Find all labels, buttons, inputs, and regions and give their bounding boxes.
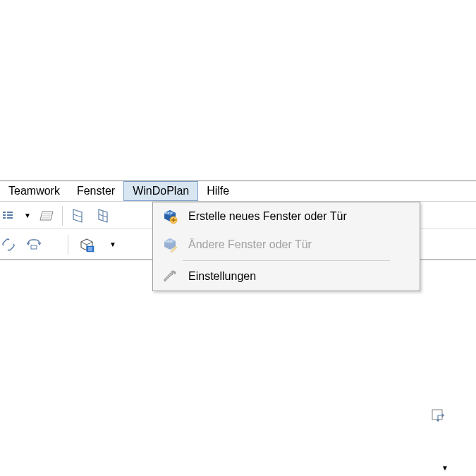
menu-change-window-door: Ändere Fenster oder Tür xyxy=(153,231,420,259)
svg-rect-12 xyxy=(432,410,442,420)
windoplan-dropdown-menu: Erstelle neues Fenster oder Tür Ändere F… xyxy=(152,202,420,291)
svg-rect-4 xyxy=(7,214,13,216)
dropdown-arrow-icon[interactable]: ▼ xyxy=(441,464,448,472)
menu-teamwork[interactable]: Teamwork xyxy=(0,181,68,201)
svg-rect-13 xyxy=(31,245,37,249)
toolbar-separator xyxy=(62,206,63,226)
box-properties-icon[interactable] xyxy=(78,236,95,253)
window-add-icon xyxy=(161,208,178,225)
menu-item-label: Ändere Fenster oder Tür xyxy=(188,238,312,251)
menu-create-window-door[interactable]: Erstelle neues Fenster oder Tür xyxy=(153,202,420,231)
rotate-icon[interactable] xyxy=(25,236,42,253)
svg-line-9 xyxy=(73,214,82,217)
menu-item-label: Erstelle neues Fenster oder Tür xyxy=(188,210,347,223)
svg-line-14 xyxy=(81,242,87,245)
dropdown-arrow-icon[interactable]: ▼ xyxy=(24,212,31,219)
parallelogram-icon[interactable] xyxy=(38,207,55,224)
settings-icon[interactable] xyxy=(0,207,17,224)
window-tool2-icon[interactable] xyxy=(95,207,112,224)
window-edit-icon xyxy=(161,236,178,253)
wrench-icon xyxy=(161,268,178,285)
app-workspace: Teamwork Fenster WinDoPlan Hilfe ▼ xyxy=(0,0,476,476)
menubar: Teamwork Fenster WinDoPlan Hilfe xyxy=(0,181,476,202)
svg-rect-5 xyxy=(7,217,13,219)
link-icon[interactable] xyxy=(0,236,17,253)
arrow-tool-icon[interactable] xyxy=(430,408,447,425)
dropdown-arrow-icon[interactable]: ▼ xyxy=(109,240,116,248)
svg-rect-3 xyxy=(7,212,13,213)
menu-windoplan[interactable]: WinDoPlan xyxy=(123,181,198,201)
svg-line-15 xyxy=(87,242,92,245)
menu-fenster[interactable]: Fenster xyxy=(68,181,123,201)
svg-rect-1 xyxy=(3,214,6,216)
toolbar-separator xyxy=(68,235,68,255)
svg-rect-2 xyxy=(3,217,6,219)
menu-settings[interactable]: Einstellungen xyxy=(153,262,420,291)
window-tool-icon[interactable] xyxy=(70,207,87,224)
svg-rect-0 xyxy=(3,212,6,213)
menu-item-label: Einstellungen xyxy=(188,270,256,283)
menu-hilfe[interactable]: Hilfe xyxy=(198,181,238,201)
menu-separator xyxy=(183,260,390,261)
